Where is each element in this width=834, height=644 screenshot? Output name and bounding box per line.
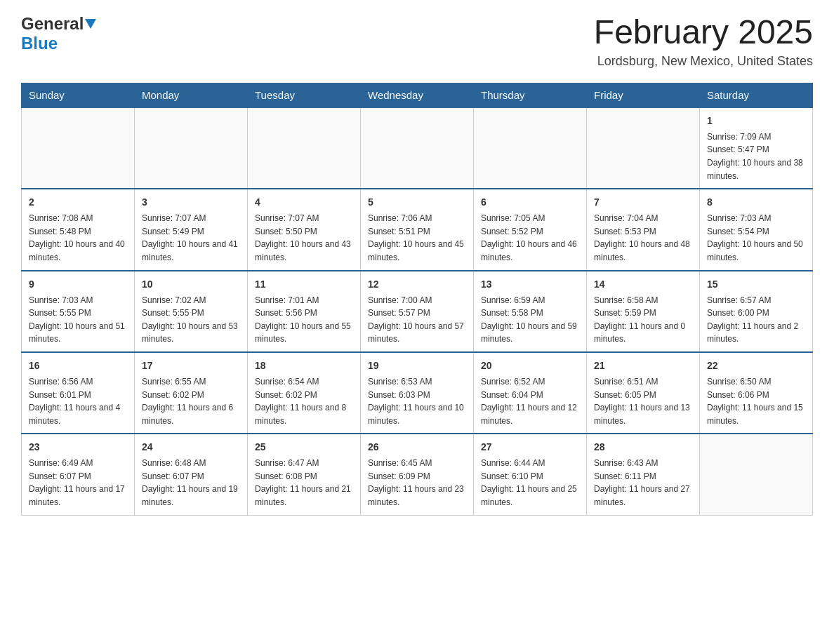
day-info: Sunrise: 6:55 AMSunset: 6:02 PMDaylight:… — [142, 375, 240, 427]
day-number: 9 — [29, 277, 127, 292]
calendar-day-cell: 25Sunrise: 6:47 AMSunset: 6:08 PMDayligh… — [248, 434, 361, 515]
day-number: 26 — [368, 440, 466, 455]
day-number: 17 — [142, 358, 240, 373]
day-number: 24 — [142, 440, 240, 455]
week-row: 9Sunrise: 7:03 AMSunset: 5:55 PMDaylight… — [22, 271, 813, 352]
day-number: 11 — [255, 277, 353, 292]
calendar-day-cell: 1Sunrise: 7:09 AMSunset: 5:47 PMDaylight… — [700, 107, 813, 189]
day-info: Sunrise: 6:58 AMSunset: 5:59 PMDaylight:… — [594, 294, 692, 346]
logo-blue-text: Blue — [21, 34, 58, 53]
calendar-day-cell: 22Sunrise: 6:50 AMSunset: 6:06 PMDayligh… — [700, 352, 813, 434]
location-subtitle: Lordsburg, New Mexico, United States — [594, 54, 813, 69]
calendar-table: SundayMondayTuesdayWednesdayThursdayFrid… — [21, 83, 813, 516]
day-number: 14 — [594, 277, 692, 292]
title-block: February 2025 Lordsburg, New Mexico, Uni… — [594, 14, 813, 69]
day-info: Sunrise: 7:06 AMSunset: 5:51 PMDaylight:… — [368, 212, 466, 264]
day-info: Sunrise: 7:01 AMSunset: 5:56 PMDaylight:… — [255, 294, 353, 346]
calendar-day-cell: 27Sunrise: 6:44 AMSunset: 6:10 PMDayligh… — [474, 434, 587, 515]
calendar-day-cell: 21Sunrise: 6:51 AMSunset: 6:05 PMDayligh… — [587, 352, 700, 434]
calendar-day-cell: 14Sunrise: 6:58 AMSunset: 5:59 PMDayligh… — [587, 271, 700, 352]
calendar-day-cell — [587, 107, 700, 189]
day-info: Sunrise: 6:54 AMSunset: 6:02 PMDaylight:… — [255, 375, 353, 427]
logo: General Blue — [21, 14, 96, 53]
day-number: 25 — [255, 440, 353, 455]
calendar-day-cell: 19Sunrise: 6:53 AMSunset: 6:03 PMDayligh… — [361, 352, 474, 434]
day-number: 4 — [255, 195, 353, 210]
calendar-day-cell: 4Sunrise: 7:07 AMSunset: 5:50 PMDaylight… — [248, 189, 361, 270]
day-number: 28 — [594, 440, 692, 455]
calendar-day-cell: 3Sunrise: 7:07 AMSunset: 5:49 PMDaylight… — [135, 189, 248, 270]
calendar-header-row: SundayMondayTuesdayWednesdayThursdayFrid… — [22, 83, 813, 107]
calendar-day-cell: 23Sunrise: 6:49 AMSunset: 6:07 PMDayligh… — [22, 434, 135, 515]
day-of-week-header: Friday — [587, 83, 700, 107]
calendar-day-cell: 24Sunrise: 6:48 AMSunset: 6:07 PMDayligh… — [135, 434, 248, 515]
day-info: Sunrise: 7:07 AMSunset: 5:50 PMDaylight:… — [255, 212, 353, 264]
day-number: 12 — [368, 277, 466, 292]
calendar-day-cell — [700, 434, 813, 515]
day-number: 20 — [481, 358, 579, 373]
day-number: 6 — [481, 195, 579, 210]
day-of-week-header: Saturday — [700, 83, 813, 107]
day-number: 16 — [29, 358, 127, 373]
day-info: Sunrise: 7:08 AMSunset: 5:48 PMDaylight:… — [29, 212, 127, 264]
calendar-day-cell: 17Sunrise: 6:55 AMSunset: 6:02 PMDayligh… — [135, 352, 248, 434]
day-number: 21 — [594, 358, 692, 373]
day-number: 13 — [481, 277, 579, 292]
day-number: 10 — [142, 277, 240, 292]
calendar-day-cell: 6Sunrise: 7:05 AMSunset: 5:52 PMDaylight… — [474, 189, 587, 270]
day-of-week-header: Tuesday — [248, 83, 361, 107]
day-info: Sunrise: 6:43 AMSunset: 6:11 PMDaylight:… — [594, 457, 692, 509]
day-info: Sunrise: 7:00 AMSunset: 5:57 PMDaylight:… — [368, 294, 466, 346]
page-header: General Blue February 2025 Lordsburg, Ne… — [21, 14, 813, 69]
day-number: 19 — [368, 358, 466, 373]
calendar-day-cell: 11Sunrise: 7:01 AMSunset: 5:56 PMDayligh… — [248, 271, 361, 352]
day-of-week-header: Thursday — [474, 83, 587, 107]
day-info: Sunrise: 7:05 AMSunset: 5:52 PMDaylight:… — [481, 212, 579, 264]
calendar-day-cell: 28Sunrise: 6:43 AMSunset: 6:11 PMDayligh… — [587, 434, 700, 515]
day-info: Sunrise: 7:03 AMSunset: 5:54 PMDaylight:… — [707, 212, 805, 264]
day-info: Sunrise: 6:52 AMSunset: 6:04 PMDaylight:… — [481, 375, 579, 427]
week-row: 23Sunrise: 6:49 AMSunset: 6:07 PMDayligh… — [22, 434, 813, 515]
calendar-day-cell: 8Sunrise: 7:03 AMSunset: 5:54 PMDaylight… — [700, 189, 813, 270]
day-info: Sunrise: 6:49 AMSunset: 6:07 PMDaylight:… — [29, 457, 127, 509]
week-row: 16Sunrise: 6:56 AMSunset: 6:01 PMDayligh… — [22, 352, 813, 434]
day-info: Sunrise: 6:56 AMSunset: 6:01 PMDaylight:… — [29, 375, 127, 427]
day-number: 2 — [29, 195, 127, 210]
day-number: 1 — [707, 114, 805, 128]
day-number: 5 — [368, 195, 466, 210]
calendar-day-cell — [248, 107, 361, 189]
calendar-day-cell: 12Sunrise: 7:00 AMSunset: 5:57 PMDayligh… — [361, 271, 474, 352]
calendar-day-cell — [22, 107, 135, 189]
calendar-day-cell: 26Sunrise: 6:45 AMSunset: 6:09 PMDayligh… — [361, 434, 474, 515]
day-info: Sunrise: 7:07 AMSunset: 5:49 PMDaylight:… — [142, 212, 240, 264]
calendar-day-cell: 5Sunrise: 7:06 AMSunset: 5:51 PMDaylight… — [361, 189, 474, 270]
day-info: Sunrise: 6:47 AMSunset: 6:08 PMDaylight:… — [255, 457, 353, 509]
day-info: Sunrise: 7:09 AMSunset: 5:47 PMDaylight:… — [707, 130, 805, 182]
day-info: Sunrise: 6:53 AMSunset: 6:03 PMDaylight:… — [368, 375, 466, 427]
week-row: 1Sunrise: 7:09 AMSunset: 5:47 PMDaylight… — [22, 107, 813, 189]
day-info: Sunrise: 6:59 AMSunset: 5:58 PMDaylight:… — [481, 294, 579, 346]
day-info: Sunrise: 6:57 AMSunset: 6:00 PMDaylight:… — [707, 294, 805, 346]
day-info: Sunrise: 6:48 AMSunset: 6:07 PMDaylight:… — [142, 457, 240, 509]
day-info: Sunrise: 7:04 AMSunset: 5:53 PMDaylight:… — [594, 212, 692, 264]
day-of-week-header: Monday — [135, 83, 248, 107]
calendar-day-cell: 13Sunrise: 6:59 AMSunset: 5:58 PMDayligh… — [474, 271, 587, 352]
calendar-day-cell — [474, 107, 587, 189]
day-number: 7 — [594, 195, 692, 210]
logo-triangle-icon — [85, 19, 96, 29]
day-info: Sunrise: 6:45 AMSunset: 6:09 PMDaylight:… — [368, 457, 466, 509]
day-number: 22 — [707, 358, 805, 373]
calendar-day-cell: 2Sunrise: 7:08 AMSunset: 5:48 PMDaylight… — [22, 189, 135, 270]
calendar-day-cell: 18Sunrise: 6:54 AMSunset: 6:02 PMDayligh… — [248, 352, 361, 434]
day-info: Sunrise: 6:50 AMSunset: 6:06 PMDaylight:… — [707, 375, 805, 427]
month-title: February 2025 — [594, 14, 813, 51]
day-number: 27 — [481, 440, 579, 455]
calendar-day-cell: 20Sunrise: 6:52 AMSunset: 6:04 PMDayligh… — [474, 352, 587, 434]
day-of-week-header: Wednesday — [361, 83, 474, 107]
day-number: 23 — [29, 440, 127, 455]
calendar-day-cell: 9Sunrise: 7:03 AMSunset: 5:55 PMDaylight… — [22, 271, 135, 352]
calendar-day-cell — [361, 107, 474, 189]
day-number: 15 — [707, 277, 805, 292]
calendar-day-cell: 7Sunrise: 7:04 AMSunset: 5:53 PMDaylight… — [587, 189, 700, 270]
logo-general-text: General — [21, 14, 84, 34]
